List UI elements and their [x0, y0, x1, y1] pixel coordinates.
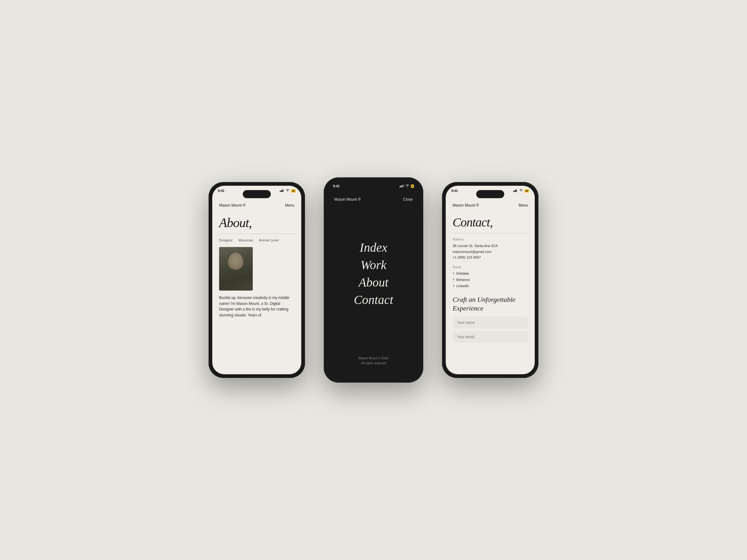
wifi-icon [285, 189, 290, 193]
arrow-icon: ↗ [451, 283, 457, 289]
menu-items: Index Work About Contact [354, 240, 393, 308]
close-button[interactable]: Close [403, 197, 413, 202]
svg-rect-6 [401, 185, 402, 187]
status-time: 9:41 [218, 189, 225, 193]
menu-item-work[interactable]: Work [361, 258, 387, 272]
status-time: 9:41 [333, 184, 340, 188]
svg-rect-2 [282, 189, 283, 192]
tag-manucian: Manucian [238, 238, 253, 242]
svg-rect-1 [281, 190, 282, 192]
status-icons: 32 [513, 189, 529, 193]
nav-bar: Mason Mount ® Menu [219, 203, 294, 208]
svg-rect-0 [280, 191, 281, 192]
tags-row: Designer Manucian Animal Lover [219, 238, 294, 242]
contact-info: Address 38 Lincoln St. Santa Ana 3CA mas… [453, 238, 528, 260]
menu-item-contact[interactable]: Contact [354, 292, 393, 308]
address-line-2: masonmount@gmail.com [453, 249, 528, 255]
about-phone: 9:41 32 Mason Mount ® Menu [209, 182, 305, 378]
dynamic-island [476, 190, 504, 198]
social-linkedin[interactable]: ↗ Linkedin [453, 283, 528, 289]
signal-icon [280, 189, 284, 193]
svg-rect-12 [516, 189, 517, 192]
contact-phone: 9:41 32 Mason Mount ® Menu [442, 182, 538, 378]
email-input[interactable] [453, 331, 528, 343]
svg-point-4 [287, 191, 288, 192]
svg-point-9 [407, 186, 408, 187]
social-link-label: Behance [456, 277, 470, 283]
nav-bar: Mason Mount ® Menu [453, 203, 528, 208]
status-icons: 2 [400, 184, 414, 188]
arrow-icon: ↗ [451, 277, 457, 283]
dynamic-island [359, 185, 388, 194]
menu-item-index[interactable]: Index [360, 240, 387, 255]
divider [219, 234, 294, 234]
battery-indicator: 32 [291, 189, 296, 193]
tag-animal: Animal Lover [259, 238, 279, 242]
brand-name: Mason Mount ® [219, 203, 246, 208]
svg-rect-7 [402, 185, 403, 187]
menu-phone: 9:41 2 Mason Mount ® Close [324, 177, 423, 383]
cta-section: Craft an Unforgettable Experience [453, 295, 528, 345]
arrow-icon: ↗ [451, 271, 457, 276]
svg-rect-13 [517, 189, 518, 192]
tag-designer: Designer [219, 238, 233, 242]
wifi-icon [405, 184, 410, 188]
status-time: 9:41 [451, 189, 458, 193]
svg-rect-8 [403, 184, 404, 187]
address-label: Address [453, 238, 528, 241]
svg-rect-11 [515, 190, 515, 192]
status-icons: 32 [280, 189, 296, 193]
battery-indicator: 2 [411, 185, 414, 188]
menu-item-about[interactable]: About [359, 275, 388, 290]
menu-footer: Mason Mount © 2024 All rights reserved [334, 356, 413, 366]
svg-rect-10 [513, 191, 514, 192]
bio-text: Buckle up, because creativity is my midd… [219, 295, 294, 318]
page-title: Contact, [453, 216, 528, 229]
social-label: Social [453, 265, 528, 269]
social-link-label: Linkedin [456, 283, 469, 289]
cta-title: Craft an Unforgettable Experience [453, 295, 528, 312]
svg-rect-3 [284, 189, 284, 192]
signal-icon [400, 184, 404, 188]
svg-point-14 [521, 191, 521, 192]
address-line-1: 38 Lincoln St. Santa Ana 3CA [453, 243, 528, 249]
svg-rect-5 [400, 186, 401, 187]
social-behance[interactable]: ↗ Behance [453, 277, 528, 283]
social-section: Social ↗ Dribbble ↗ Behance ↗ Linkedin [453, 265, 528, 289]
social-link-label: Dribbble [456, 271, 469, 277]
social-dribbble[interactable]: ↗ Dribbble [453, 271, 528, 277]
phones-container: 9:41 32 Mason Mount ® Menu [209, 177, 538, 383]
brand-name: Mason Mount ® [334, 197, 361, 202]
menu-button[interactable]: Menu [518, 203, 528, 208]
menu-button[interactable]: Menu [285, 203, 294, 208]
name-input[interactable] [453, 317, 528, 328]
nav-bar: Mason Mount ® Close [334, 197, 413, 202]
divider [453, 233, 528, 233]
copyright: Mason Mount © 2024 [334, 356, 413, 361]
page-title: About, [219, 216, 294, 229]
profile-photo [219, 247, 253, 291]
wifi-icon [519, 189, 523, 193]
address-line-3: +1 (999) 123-4567 [453, 255, 528, 260]
brand-name: Mason Mount ® [453, 203, 479, 208]
battery-indicator: 32 [524, 189, 529, 193]
rights: All rights reserved [334, 361, 413, 366]
signal-icon [513, 189, 518, 193]
dynamic-island [243, 190, 271, 198]
